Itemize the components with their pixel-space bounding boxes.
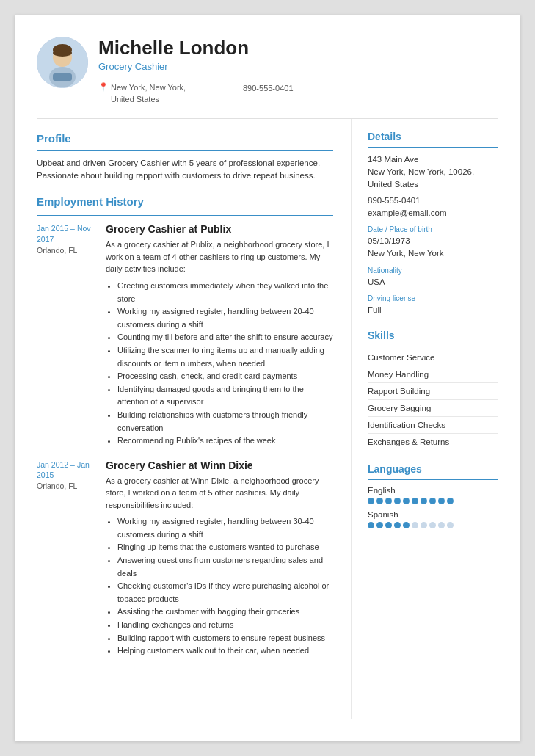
bullet-item: Helping customers walk out to their car,…	[117, 644, 333, 658]
employment-title: Employment History	[37, 195, 333, 208]
dot-sp-10	[447, 522, 454, 528]
dot-en-7	[421, 498, 427, 504]
profile-title: Profile	[37, 132, 333, 145]
job-desc-1: As a grocery cashier at Publix, a neighb…	[106, 239, 333, 275]
header-section: Michelle London Grocery Cashier 📍 New Yo…	[37, 37, 498, 119]
city-state-zip: New York, New York, 10026, United States	[368, 166, 498, 192]
bullet-item: Answering questions from customers regar…	[117, 554, 333, 580]
dob-value: 05/10/1973	[368, 235, 498, 247]
bullet-item: Building relationships with customers th…	[117, 409, 333, 435]
job-date-loc-1: Jan 2015 – Nov 2017 Orlando, FL	[37, 223, 95, 447]
dot-sp-2	[376, 522, 383, 528]
phone-field: 890-555-0401	[243, 84, 294, 92]
bullet-item: Handling exchanges and returns	[117, 619, 333, 632]
dot-en-1	[368, 498, 374, 504]
pin-icon: 📍	[98, 82, 109, 92]
dot-sp-9	[438, 522, 445, 528]
dot-en-6	[412, 498, 418, 504]
dob-label: Date / Place of birth	[368, 225, 498, 233]
location-text: New York, New York, United States	[111, 82, 199, 105]
dot-en-9	[438, 498, 445, 504]
details-title: Details	[368, 131, 498, 142]
skill-exchanges-returns: Exchanges & Returns	[368, 434, 498, 450]
job-title-2: Grocery Cashier at Winn Dixie	[106, 459, 333, 471]
profile-text: Upbeat and driven Grocery Cashier with 5…	[37, 157, 333, 183]
job-block-1: Jan 2015 – Nov 2017 Orlando, FL Grocery …	[37, 223, 333, 447]
skill-identification-checks: Identification Checks	[368, 417, 498, 434]
contact-row: 📍 New York, New York, United States 890-…	[98, 82, 294, 105]
job-date-2: Jan 2012 – Jan 2015	[37, 459, 95, 481]
skills-title: Skills	[368, 330, 498, 341]
job-bullets-2: Working my assigned register, handling b…	[106, 515, 333, 658]
language-spanish: Spanish	[368, 510, 498, 519]
job-detail-2: Grocery Cashier at Winn Dixie As a groce…	[106, 459, 333, 658]
bullet-item: Recommending Publix's recipes of the wee…	[117, 435, 333, 448]
left-column: Profile Upbeat and driven Grocery Cashie…	[37, 119, 352, 719]
job-loc-2: Orlando, FL	[37, 481, 95, 492]
skill-money-handling: Money Handling	[368, 366, 498, 383]
dot-en-10	[447, 498, 454, 504]
nationality-value: USA	[368, 276, 498, 288]
job-detail-1: Grocery Cashier at Publix As a grocery c…	[106, 223, 333, 447]
header-info: Michelle London Grocery Cashier 📍 New Yo…	[98, 37, 294, 105]
skill-grocery-bagging: Grocery Bagging	[368, 400, 498, 417]
languages-divider	[368, 479, 498, 480]
details-email: example@email.com	[368, 207, 498, 219]
location-field: 📍 New York, New York, United States	[98, 82, 199, 105]
skill-customer-service: Customer Service	[368, 349, 498, 366]
dot-en-2	[376, 498, 383, 504]
right-column: Details 143 Main Ave New York, New York,…	[352, 119, 498, 719]
dot-en-8	[429, 498, 436, 504]
spanish-dots	[368, 522, 498, 528]
bullet-item: Working my assigned register, handling b…	[117, 305, 333, 331]
dob-place: New York, New York	[368, 247, 498, 260]
dot-sp-1	[368, 522, 374, 528]
skills-list: Customer Service Money Handling Rapport …	[368, 349, 498, 450]
bullet-item: Assisting the customer with bagging thei…	[117, 606, 333, 619]
header-left: Michelle London Grocery Cashier 📍 New Yo…	[37, 37, 498, 105]
dot-en-5	[403, 498, 410, 504]
bullet-item: Working my assigned register, handling b…	[117, 515, 333, 541]
nationality-label: Nationality	[368, 266, 498, 275]
address-line: 143 Main Ave	[368, 153, 498, 166]
dot-sp-5	[403, 522, 410, 528]
job-block-2: Jan 2012 – Jan 2015 Orlando, FL Grocery …	[37, 459, 333, 658]
dot-sp-6	[412, 522, 418, 528]
dot-sp-7	[421, 522, 427, 528]
job-date-1: Jan 2015 – Nov 2017	[37, 223, 95, 244]
bullet-item: Identifying damaged goods and bringing t…	[117, 383, 333, 409]
job-title-1: Grocery Cashier at Publix	[106, 223, 333, 235]
bullet-item: Ringing up items that the customers want…	[117, 541, 333, 554]
english-dots	[368, 498, 498, 504]
bullet-item: Greeting customers immediately when they…	[117, 280, 333, 305]
svg-point-4	[53, 49, 72, 57]
bullet-item: Counting my till before and after the sh…	[117, 331, 333, 344]
skills-divider	[368, 346, 498, 346]
job-date-loc-2: Jan 2012 – Jan 2015 Orlando, FL	[37, 459, 95, 658]
details-divider	[368, 147, 498, 148]
dot-sp-8	[429, 522, 436, 528]
details-phone: 890-555-0401	[368, 195, 498, 207]
job-bullets-1: Greeting customers immediately when they…	[106, 280, 333, 448]
languages-title: Languages	[368, 463, 498, 475]
resume-container: Michelle London Grocery Cashier 📍 New Yo…	[15, 15, 520, 741]
language-english: English	[368, 486, 498, 495]
profile-divider	[37, 150, 333, 151]
bullet-item: Checking customer's IDs if they were pur…	[117, 580, 333, 606]
dot-en-3	[385, 498, 392, 504]
driving-label: Driving license	[368, 294, 498, 302]
dot-en-4	[394, 498, 401, 504]
main-content: Profile Upbeat and driven Grocery Cashie…	[37, 119, 498, 719]
job-loc-1: Orlando, FL	[37, 245, 95, 256]
candidate-title: Grocery Cashier	[98, 61, 294, 72]
dot-sp-3	[385, 522, 392, 528]
employment-divider	[37, 215, 333, 216]
candidate-name: Michelle London	[98, 37, 294, 59]
skill-rapport-building: Rapport Building	[368, 383, 498, 400]
job-desc-2: As a grocery cashier at Winn Dixie, a ne…	[106, 475, 333, 512]
bullet-item: Building rapport with customers to ensur…	[117, 632, 333, 645]
bullet-item: Utilizing the scanner to ring items up a…	[117, 344, 333, 370]
driving-value: Full	[368, 304, 498, 316]
avatar	[37, 37, 88, 88]
bullet-item: Processing cash, check, and credit card …	[117, 370, 333, 383]
